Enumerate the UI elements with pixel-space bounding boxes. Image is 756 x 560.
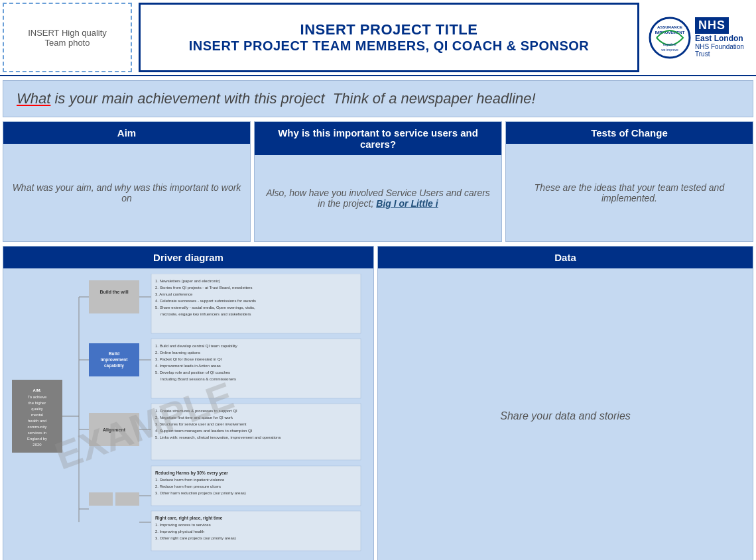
svg-text:2. Stories from QI projects - : 2. Stories from QI projects - at Trust B…: [155, 286, 252, 290]
svg-text:quality: quality: [31, 407, 42, 411]
headline-banner: What is your main achievement with this …: [3, 80, 753, 117]
headline-text: What is your main achievement with this …: [17, 90, 739, 107]
svg-text:3. Annual conference: 3. Annual conference: [155, 292, 193, 296]
nhs-circle-svg: ASSURANCE IMPROVEMENT together we improv…: [649, 17, 691, 59]
driver-diagram-header: Driver diagram: [3, 247, 373, 268]
svg-text:improvement: improvement: [101, 357, 129, 363]
tests-of-change-section: Tests of Change These are the ideas that…: [505, 121, 753, 242]
svg-text:Build: Build: [109, 351, 119, 356]
svg-text:3. Packet QI for those interes: 3. Packet QI for those interested in QI: [155, 357, 222, 361]
svg-text:Right care, right place, right: Right care, right place, right time: [155, 516, 223, 521]
big-little-i-link[interactable]: Big I or Little i: [376, 198, 438, 209]
bottom-section: Driver diagram AIM: To achieve the highe…: [3, 246, 753, 560]
project-team: INSERT PROJECT TEAM MEMBERS, QI COACH & …: [189, 38, 590, 54]
data-section: Data Share your data and stories: [377, 246, 753, 560]
svg-text:3. Other harm reduction projec: 3. Other harm reduction projects (our pr…: [155, 491, 246, 495]
svg-text:To achieve: To achieve: [28, 395, 47, 399]
tests-of-change-body: These are the ideas that your team teste…: [506, 144, 753, 241]
driver-diagram-body: AIM: To achieve the higher quality menta…: [3, 268, 373, 560]
svg-rect-33: [89, 492, 113, 506]
nhs-trust: NHS Foundation Trust: [695, 43, 751, 58]
svg-text:3. Other right care projects (: 3. Other right care projects (our priori…: [155, 536, 236, 540]
svg-text:together: together: [663, 42, 676, 46]
nhs-logo: ASSURANCE IMPROVEMENT together we improv…: [643, 0, 756, 75]
why-important-section: Why is this important to service users a…: [254, 121, 502, 242]
svg-text:AIM:: AIM:: [33, 388, 42, 392]
svg-text:1. Newsletters (paper and elec: 1. Newsletters (paper and electronic): [155, 279, 220, 283]
svg-text:1. Reduce harm from inpatient : 1. Reduce harm from inpatient violence: [155, 478, 225, 482]
svg-text:England by: England by: [27, 437, 47, 441]
svg-text:4. Celebrate successes - suppo: 4. Celebrate successes - support submiss…: [155, 299, 256, 303]
svg-text:mental: mental: [31, 413, 43, 417]
svg-text:ASSURANCE: ASSURANCE: [657, 25, 682, 29]
svg-rect-34: [115, 492, 139, 506]
why-important-body: Also, how have you involved Service User…: [255, 155, 501, 241]
header: INSERT High qualityTeam photo INSERT PRO…: [0, 0, 756, 76]
svg-text:Build the will: Build the will: [99, 290, 128, 294]
svg-text:we improve: we improve: [661, 48, 678, 52]
svg-text:microsite, engage key influenc: microsite, engage key influencers and st…: [160, 312, 251, 316]
middle-section: Aim What was your aim, and why was this …: [3, 121, 753, 242]
svg-text:Reducing Harms by 30% every ye: Reducing Harms by 30% every year: [155, 471, 228, 476]
svg-text:2. Improving physical health: 2. Improving physical health: [155, 530, 204, 533]
svg-text:the higher: the higher: [29, 401, 46, 405]
nhs-badge: ASSURANCE IMPROVEMENT together we improv…: [649, 17, 691, 59]
svg-text:community: community: [27, 425, 46, 429]
aim-header: Aim: [3, 122, 250, 144]
project-title-block: INSERT PROJECT TITLE INSERT PROJECT TEAM…: [139, 3, 639, 72]
data-body: Share your data and stories: [378, 268, 753, 560]
svg-text:services in: services in: [28, 431, 46, 435]
nhs-label: NHS: [695, 17, 729, 34]
tests-of-change-header: Tests of Change: [506, 122, 753, 144]
aim-body: What was your aim, and why was this impo…: [3, 144, 250, 241]
svg-text:1. Improving access to service: 1. Improving access to services: [155, 523, 211, 527]
driver-diagram-section: Driver diagram AIM: To achieve the highe…: [3, 246, 374, 560]
nhs-org: East London: [695, 34, 743, 43]
project-title: INSERT PROJECT TITLE: [300, 21, 478, 38]
why-important-header: Why is this important to service users a…: [255, 122, 501, 155]
svg-text:capability: capability: [104, 363, 124, 368]
svg-rect-19: [89, 280, 139, 313]
team-photo-placeholder: INSERT High qualityTeam photo: [3, 3, 132, 72]
svg-text:2. Online learning options: 2. Online learning options: [155, 351, 200, 355]
data-header: Data: [378, 247, 753, 268]
aim-section: Aim What was your aim, and why was this …: [3, 121, 251, 242]
svg-text:2. Reduce harm from pressure u: 2. Reduce harm from pressure ulcers: [155, 484, 221, 488]
svg-text:5. Share externally - social m: 5. Share externally - social media, Open…: [155, 306, 255, 309]
svg-text:5. Develop role and position o: 5. Develop role and position of QI coach…: [155, 370, 230, 374]
svg-text:4. Improvement leads in Action: 4. Improvement leads in Action areas: [155, 364, 221, 368]
driver-diagram-svg: AIM: To achieve the higher quality menta…: [9, 274, 368, 559]
nhs-text: NHS East London NHS Foundation Trust: [695, 17, 751, 58]
svg-text:1. Build and develop central Q: 1. Build and develop central QI team cap…: [155, 344, 237, 348]
svg-text:health and: health and: [28, 419, 46, 423]
svg-text:2020: 2020: [32, 443, 42, 447]
